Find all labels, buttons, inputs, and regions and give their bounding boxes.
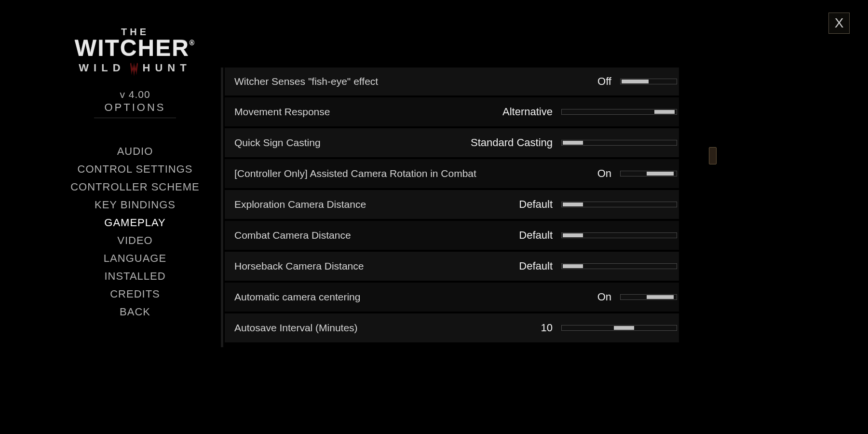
- setting-value: Default: [465, 198, 561, 211]
- slider-thumb[interactable]: [563, 141, 583, 145]
- logo-title: WITCHER®: [75, 37, 195, 60]
- slider-thumb[interactable]: [614, 326, 634, 330]
- setting-slider[interactable]: [561, 263, 677, 269]
- setting-value: Off: [524, 75, 620, 88]
- menu-item-language[interactable]: LANGUAGE: [104, 252, 166, 265]
- scrollbar-thumb[interactable]: [709, 147, 717, 164]
- options-menu: AUDIOCONTROL SETTINGSCONTROLLER SCHEMEKE…: [70, 145, 200, 318]
- setting-label: Horseback Camera Distance: [234, 260, 465, 272]
- setting-slider[interactable]: [561, 325, 677, 331]
- close-button[interactable]: X: [828, 13, 850, 34]
- setting-slider[interactable]: [620, 79, 677, 84]
- setting-value: Default: [465, 260, 561, 272]
- setting-label: Quick Sign Casting: [234, 137, 465, 149]
- setting-value: On: [524, 167, 620, 180]
- setting-value: Standard Casting: [465, 136, 561, 149]
- setting-value: Default: [465, 229, 561, 242]
- setting-label: Movement Response: [234, 106, 465, 118]
- settings-list[interactable]: Witcher Senses "fish-eye" effectOffMovem…: [225, 68, 679, 342]
- claws-icon: [128, 63, 140, 77]
- setting-label: Combat Camera Distance: [234, 230, 465, 241]
- menu-item-control-settings[interactable]: CONTROL SETTINGS: [78, 163, 193, 176]
- setting-label: Automatic camera centering: [234, 291, 524, 303]
- setting-row[interactable]: Combat Camera DistanceDefault: [225, 221, 679, 250]
- settings-panel: Witcher Senses "fish-eye" effectOffMovem…: [221, 68, 679, 347]
- setting-row[interactable]: Exploration Camera DistanceDefault: [225, 190, 679, 219]
- menu-item-installed[interactable]: INSTALLED: [104, 270, 165, 283]
- setting-row[interactable]: Quick Sign CastingStandard Casting: [225, 128, 679, 157]
- menu-item-key-bindings[interactable]: KEY BINDINGS: [95, 199, 176, 211]
- setting-row[interactable]: Automatic camera centeringOn: [225, 283, 679, 312]
- setting-row[interactable]: [Controller Only] Assisted Camera Rotati…: [225, 159, 679, 188]
- setting-slider[interactable]: [620, 171, 677, 176]
- setting-row[interactable]: Horseback Camera DistanceDefault: [225, 252, 679, 281]
- menu-item-back[interactable]: BACK: [120, 306, 150, 318]
- slider-thumb[interactable]: [622, 80, 649, 83]
- setting-row[interactable]: Witcher Senses "fish-eye" effectOff: [225, 68, 679, 95]
- menu-item-audio[interactable]: AUDIO: [117, 145, 153, 158]
- setting-label: Witcher Senses "fish-eye" effect: [234, 76, 524, 87]
- setting-slider[interactable]: [561, 232, 677, 238]
- slider-thumb[interactable]: [563, 203, 583, 206]
- close-icon: X: [835, 15, 844, 31]
- setting-label: Autosave Interval (Minutes): [234, 322, 465, 334]
- setting-slider[interactable]: [561, 202, 677, 207]
- menu-item-video[interactable]: VIDEO: [117, 234, 152, 247]
- setting-row[interactable]: Movement ResponseAlternative: [225, 97, 679, 126]
- game-logo: THE WITCHER® WILD HUNT: [75, 27, 195, 75]
- divider: [94, 118, 176, 118]
- menu-item-gameplay[interactable]: GAMEPLAY: [104, 217, 165, 229]
- setting-slider[interactable]: [620, 294, 677, 300]
- section-title: OPTIONS: [104, 101, 165, 114]
- menu-item-credits[interactable]: CREDITS: [110, 288, 160, 300]
- setting-label: Exploration Camera Distance: [234, 199, 465, 210]
- slider-thumb[interactable]: [654, 110, 675, 114]
- menu-item-controller-scheme[interactable]: CONTROLLER SCHEME: [70, 181, 200, 193]
- slider-thumb[interactable]: [563, 233, 583, 237]
- version-label: v 4.00: [120, 89, 150, 100]
- setting-value: 10: [465, 322, 561, 334]
- logo-subtitle: WILD HUNT: [75, 61, 195, 75]
- setting-slider[interactable]: [561, 109, 677, 115]
- slider-thumb[interactable]: [563, 264, 583, 268]
- setting-label: [Controller Only] Assisted Camera Rotati…: [234, 168, 524, 179]
- setting-row[interactable]: Autosave Interval (Minutes)10: [225, 313, 679, 342]
- setting-slider[interactable]: [561, 140, 677, 146]
- slider-thumb[interactable]: [647, 172, 674, 176]
- slider-thumb[interactable]: [647, 295, 674, 299]
- setting-value: On: [524, 291, 620, 303]
- setting-value: Alternative: [465, 106, 561, 118]
- sidebar: THE WITCHER® WILD HUNT v 4.00 OPTIONS AU…: [63, 27, 207, 318]
